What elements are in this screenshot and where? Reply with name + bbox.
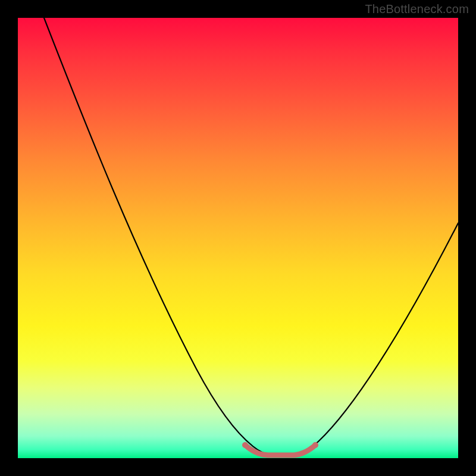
plot-area [18,18,458,458]
bottleneck-curve [18,18,458,458]
optimal-band-end-dot [312,442,318,448]
optimal-band-start-dot [242,442,248,448]
watermark-text: TheBottleneck.com [365,2,469,16]
optimal-band-path [245,445,315,455]
chart-frame: TheBottleneck.com [0,0,476,476]
curve-path [44,18,458,455]
